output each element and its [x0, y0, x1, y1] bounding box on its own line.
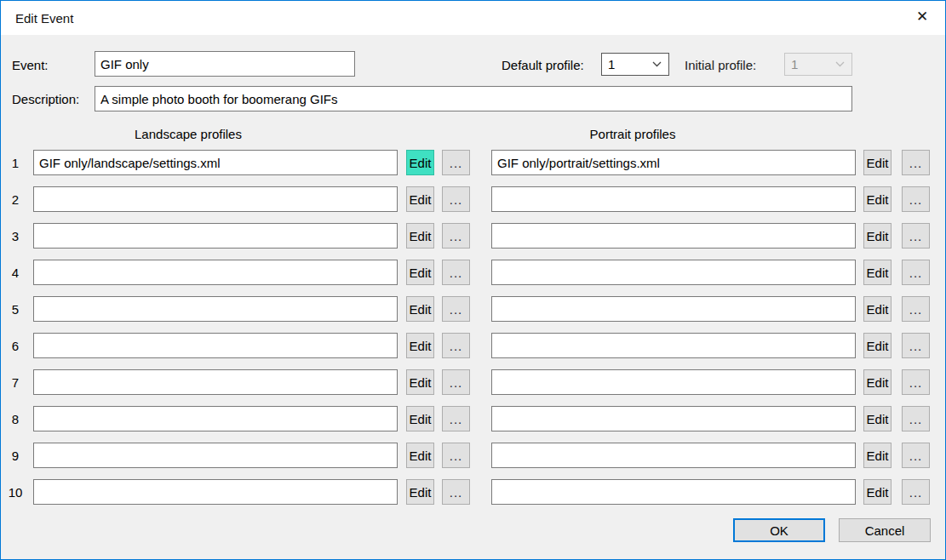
landscape-browse-button[interactable]: ... [442, 369, 470, 395]
row-number: 3 [3, 223, 28, 249]
profile-rows: 1 Edit ... Edit ... 2 Edit ... Edit ... … [1, 150, 945, 516]
landscape-profile-input[interactable] [33, 296, 398, 322]
portrait-browse-button[interactable]: ... [902, 150, 930, 175]
portrait-browse-button[interactable]: ... [902, 479, 930, 505]
profile-row: 5 Edit ... Edit ... [1, 296, 945, 322]
portrait-profile-input[interactable] [491, 443, 856, 468]
portrait-edit-button[interactable]: Edit [863, 260, 892, 285]
portrait-edit-button[interactable]: Edit [863, 443, 892, 468]
browse-label: ... [909, 156, 923, 170]
portrait-browse-button[interactable]: ... [902, 296, 930, 322]
portrait-edit-button[interactable]: Edit [863, 186, 892, 212]
portrait-profile-input[interactable] [491, 150, 856, 175]
portrait-edit-button[interactable]: Edit [863, 223, 892, 249]
profile-row: 6 Edit ... Edit ... [1, 333, 945, 358]
row-number: 6 [3, 333, 28, 358]
close-button[interactable]: ✕ [906, 3, 938, 30]
landscape-browse-button[interactable]: ... [442, 479, 470, 505]
landscape-browse-button[interactable]: ... [442, 333, 470, 358]
portrait-profile-input[interactable] [491, 406, 856, 431]
default-profile-label: Default profile: [502, 58, 584, 72]
landscape-edit-button[interactable]: Edit [406, 443, 434, 468]
portrait-browse-button[interactable]: ... [902, 223, 930, 249]
landscape-browse-button[interactable]: ... [442, 406, 470, 431]
portrait-browse-button[interactable]: ... [902, 260, 930, 285]
browse-label: ... [450, 412, 463, 426]
browse-label: ... [450, 266, 463, 280]
dialog-body: Event: Default profile: 1 Initial profil… [1, 35, 945, 559]
edit-event-dialog: Edit Event ✕ Event: Default profile: 1 I… [0, 0, 946, 560]
landscape-browse-button[interactable]: ... [442, 186, 470, 212]
landscape-edit-button[interactable]: Edit [406, 296, 434, 322]
portrait-profile-input[interactable] [491, 186, 856, 212]
landscape-browse-button[interactable]: ... [442, 296, 470, 322]
default-profile-value: 1 [608, 57, 652, 71]
portrait-profile-input[interactable] [491, 479, 856, 505]
landscape-profile-input[interactable] [33, 333, 398, 358]
browse-label: ... [450, 302, 463, 317]
portrait-profile-input[interactable] [491, 296, 856, 322]
portrait-browse-button[interactable]: ... [902, 369, 930, 395]
browse-label: ... [450, 229, 463, 243]
portrait-edit-button[interactable]: Edit [863, 369, 892, 395]
landscape-edit-button[interactable]: Edit [406, 406, 434, 431]
portrait-edit-button[interactable]: Edit [863, 150, 892, 175]
event-input[interactable] [95, 51, 355, 77]
profile-row: 4 Edit ... Edit ... [1, 260, 945, 285]
browse-label: ... [450, 375, 463, 390]
landscape-profiles-header: Landscape profiles [6, 127, 370, 141]
portrait-browse-button[interactable]: ... [902, 186, 930, 212]
landscape-profile-input[interactable] [33, 369, 398, 395]
landscape-browse-button[interactable]: ... [442, 260, 470, 285]
portrait-edit-button[interactable]: Edit [863, 406, 892, 431]
description-input[interactable] [95, 86, 852, 111]
description-label: Description: [12, 92, 79, 106]
chevron-down-icon [835, 61, 845, 67]
profile-row: 2 Edit ... Edit ... [1, 186, 945, 212]
landscape-edit-button[interactable]: Edit [406, 150, 434, 175]
landscape-profile-input[interactable] [33, 260, 398, 285]
landscape-edit-button[interactable]: Edit [406, 223, 434, 249]
browse-label: ... [909, 485, 923, 500]
landscape-edit-button[interactable]: Edit [406, 479, 434, 505]
browse-label: ... [909, 302, 923, 317]
portrait-profile-input[interactable] [491, 369, 856, 395]
landscape-profile-input[interactable] [33, 150, 398, 175]
browse-label: ... [909, 449, 923, 463]
landscape-browse-button[interactable]: ... [442, 150, 470, 175]
initial-profile-select-disabled: 1 [784, 53, 852, 76]
landscape-edit-button[interactable]: Edit [406, 333, 434, 358]
portrait-browse-button[interactable]: ... [902, 443, 930, 468]
landscape-profile-input[interactable] [33, 479, 398, 505]
close-icon: ✕ [916, 8, 928, 26]
profile-row: 3 Edit ... Edit ... [1, 223, 945, 249]
landscape-edit-button[interactable]: Edit [406, 369, 434, 395]
cancel-button[interactable]: Cancel [839, 518, 931, 542]
portrait-browse-button[interactable]: ... [902, 406, 930, 431]
landscape-profile-input[interactable] [33, 443, 398, 468]
landscape-profile-input[interactable] [33, 186, 398, 212]
landscape-profile-input[interactable] [33, 406, 398, 431]
landscape-edit-button[interactable]: Edit [406, 260, 434, 285]
portrait-profile-input[interactable] [491, 333, 856, 358]
portrait-profile-input[interactable] [491, 223, 856, 249]
row-number: 4 [3, 260, 28, 285]
landscape-browse-button[interactable]: ... [442, 443, 470, 468]
initial-profile-label: Initial profile: [685, 58, 756, 72]
profile-row: 9 Edit ... Edit ... [1, 443, 945, 468]
row-number: 2 [3, 186, 28, 212]
browse-label: ... [909, 229, 923, 243]
portrait-profile-input[interactable] [491, 260, 856, 285]
landscape-profile-input[interactable] [33, 223, 398, 249]
default-profile-select[interactable]: 1 [601, 53, 669, 76]
ok-button[interactable]: OK [733, 518, 825, 542]
profile-row: 8 Edit ... Edit ... [1, 406, 945, 431]
portrait-edit-button[interactable]: Edit [863, 333, 892, 358]
portrait-edit-button[interactable]: Edit [863, 479, 892, 505]
landscape-browse-button[interactable]: ... [442, 223, 470, 249]
browse-label: ... [450, 339, 463, 353]
landscape-edit-button[interactable]: Edit [406, 186, 434, 212]
portrait-edit-button[interactable]: Edit [863, 296, 892, 322]
portrait-browse-button[interactable]: ... [902, 333, 930, 358]
browse-label: ... [909, 375, 923, 390]
